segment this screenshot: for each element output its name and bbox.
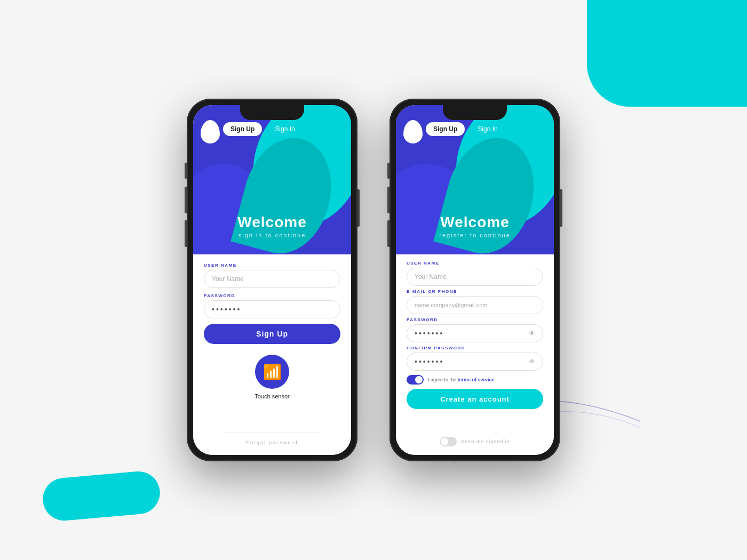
terms-text-before: I agree to the bbox=[428, 377, 458, 382]
phone-left-body: USER NAME Your Name PASSWORD ••••••• Sig… bbox=[193, 254, 351, 455]
phone-side-btn-3 bbox=[185, 220, 187, 247]
terms-link[interactable]: terms of service bbox=[458, 377, 495, 382]
terms-text: I agree to the terms of service bbox=[428, 377, 495, 382]
toggle-thumb bbox=[415, 376, 423, 383]
welcome-left: Welcome sign in to continue bbox=[193, 214, 351, 238]
phone-right-header: Sign Up Sign In Welcome register to cont… bbox=[396, 105, 554, 254]
username-label-left: USER NAME bbox=[204, 263, 340, 268]
password-label-right: PASSWORD bbox=[407, 317, 543, 322]
password-dots-left: ••••••• bbox=[212, 305, 241, 314]
terms-toggle[interactable] bbox=[407, 375, 424, 385]
password-input-right[interactable]: ••••••• 👁 bbox=[407, 324, 543, 342]
password-label-left: PASSWORD bbox=[204, 293, 340, 298]
welcome-title-left: Welcome bbox=[193, 214, 351, 231]
email-input-right[interactable]: name.company@gmail.com bbox=[407, 296, 543, 314]
phone-right-screen: Sign Up Sign In Welcome register to cont… bbox=[396, 105, 554, 455]
phone-right-side-btn-1 bbox=[387, 163, 390, 179]
avatar-shape-right bbox=[403, 120, 423, 143]
keep-signed-toggle[interactable] bbox=[440, 437, 457, 446]
username-label-right: USER NAME bbox=[407, 261, 543, 266]
tab-signin-right[interactable]: Sign In bbox=[473, 122, 502, 136]
forgot-line: Forgot password bbox=[225, 432, 320, 446]
phone-left-screen: Sign Up Sign In Welcome sign in to conti… bbox=[193, 105, 351, 455]
username-input-left[interactable]: Your Name bbox=[204, 270, 340, 288]
tab-signup-right[interactable]: Sign Up bbox=[426, 122, 465, 136]
fingerprint-button[interactable]: 📶 bbox=[255, 355, 289, 389]
eye-icon-password[interactable]: 👁 bbox=[529, 330, 535, 337]
email-label-right: E-MAIL OR PHONE bbox=[407, 289, 543, 294]
phone-left-header: Sign Up Sign In Welcome sign in to conti… bbox=[193, 105, 351, 254]
eye-icon-confirm[interactable]: 👁 bbox=[529, 358, 535, 365]
create-account-button[interactable]: Create an account bbox=[407, 389, 543, 409]
keep-signed-area: Keep me signed in bbox=[396, 437, 554, 446]
password-input-left[interactable]: ••••••• bbox=[204, 300, 340, 318]
nav-tabs-right: Sign Up Sign In bbox=[426, 122, 502, 136]
phone-right-side-btn-2 bbox=[387, 187, 390, 213]
signup-button-left[interactable]: Sign Up bbox=[204, 324, 340, 344]
phone-right-side-btn-3 bbox=[387, 220, 390, 247]
forgot-text[interactable]: Forgot password bbox=[246, 440, 298, 445]
confirm-password-dots-right: ••••••• bbox=[415, 357, 444, 366]
phone-right-body: USER NAME Your Name E-MAIL OR PHONE name… bbox=[396, 254, 554, 455]
keep-signed-text: Keep me signed in bbox=[461, 439, 510, 444]
welcome-right: Welcome register to continue bbox=[396, 214, 554, 238]
phone-side-btn-2 bbox=[185, 187, 187, 213]
username-value-left: Your Name bbox=[212, 275, 244, 283]
username-value-right: Your Name bbox=[415, 273, 447, 281]
username-input-right[interactable]: Your Name bbox=[407, 268, 543, 286]
avatar-shape-left bbox=[201, 120, 220, 143]
fingerprint-icon: 📶 bbox=[263, 363, 282, 381]
phone-right: Sign Up Sign In Welcome register to cont… bbox=[390, 99, 560, 461]
phones-container: Sign Up Sign In Welcome sign in to conti… bbox=[0, 0, 747, 560]
tab-signup-left[interactable]: Sign Up bbox=[223, 122, 262, 136]
password-dots-right: ••••••• bbox=[415, 329, 444, 338]
phone-notch-left bbox=[240, 105, 304, 120]
confirm-password-input-right[interactable]: ••••••• 👁 bbox=[407, 353, 543, 371]
tab-signin-left[interactable]: Sign In bbox=[271, 122, 299, 136]
touch-sensor-area: 📶 Touch sensor bbox=[204, 355, 340, 399]
phone-right-side-btn-right bbox=[560, 189, 562, 227]
forgot-password-area: Forgot password bbox=[193, 432, 351, 446]
phone-side-btn-right bbox=[357, 189, 360, 227]
touch-label: Touch sensor bbox=[255, 393, 289, 399]
phone-side-btn-1 bbox=[185, 163, 187, 179]
terms-toggle-row: I agree to the terms of service bbox=[407, 375, 543, 385]
phone-notch-right bbox=[443, 105, 507, 120]
phone-left: Sign Up Sign In Welcome sign in to conti… bbox=[187, 99, 357, 461]
keep-toggle-thumb bbox=[441, 438, 448, 445]
welcome-subtitle-right: register to continue bbox=[396, 232, 554, 238]
confirm-password-label-right: CONFIRM PASSWORD bbox=[407, 346, 543, 350]
welcome-title-right: Welcome bbox=[396, 214, 554, 231]
nav-tabs-left: Sign Up Sign In bbox=[223, 122, 299, 136]
welcome-subtitle-left: sign in to continue bbox=[193, 232, 351, 238]
email-value-right: name.company@gmail.com bbox=[415, 302, 488, 308]
